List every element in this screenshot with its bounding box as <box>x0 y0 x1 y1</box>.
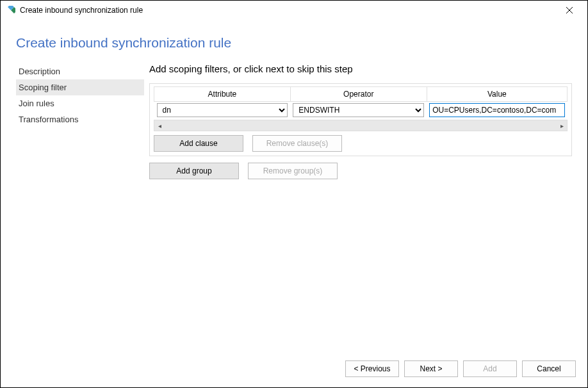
main-panel: Add scoping filters, or click next to sk… <box>144 63 572 357</box>
previous-button[interactable]: < Previous <box>345 360 399 377</box>
filter-group-panel: Attribute Operator Value dn <box>149 83 572 156</box>
grid-horizontal-scroll[interactable]: ◂ ▸ <box>154 120 568 131</box>
col-operator: Operator <box>290 87 427 102</box>
remove-clause-button[interactable]: Remove clause(s) <box>252 135 342 152</box>
next-button[interactable]: Next > <box>404 360 458 377</box>
attribute-dropdown[interactable]: dn <box>157 103 288 117</box>
app-icon <box>6 5 16 15</box>
operator-dropdown[interactable]: ENDSWITH <box>293 103 424 117</box>
col-attribute: Attribute <box>154 87 291 102</box>
add-clause-button[interactable]: Add clause <box>154 135 243 152</box>
wizard-footer: < Previous Next > Add Cancel <box>1 357 587 387</box>
cancel-button[interactable]: Cancel <box>522 360 576 377</box>
value-text: OU=CPUsers,DC=contoso,DC=com <box>432 106 556 115</box>
filter-row: dn ENDSWITH OU=CPUsers,DC=contoso,DC <box>154 102 568 119</box>
add-button[interactable]: Add <box>463 360 517 377</box>
remove-group-button[interactable]: Remove group(s) <box>248 163 338 179</box>
scroll-right-icon[interactable]: ▸ <box>557 122 567 129</box>
sidebar-item-scoping-filter[interactable]: Scoping filter <box>16 79 144 95</box>
add-group-button[interactable]: Add group <box>149 163 239 179</box>
col-value: Value <box>427 87 567 102</box>
wizard-sidebar: Description Scoping filter Join rules Tr… <box>16 63 144 357</box>
close-button[interactable] <box>557 1 582 19</box>
titlebar: Create inbound synchronization rule <box>1 1 587 20</box>
sidebar-item-transformations[interactable]: Transformations <box>16 111 144 127</box>
scroll-left-icon[interactable]: ◂ <box>154 122 165 129</box>
sidebar-item-join-rules[interactable]: Join rules <box>16 95 144 111</box>
window-title: Create inbound synchronization rule <box>20 6 143 15</box>
value-field[interactable]: OU=CPUsers,DC=contoso,DC=com <box>429 103 564 117</box>
page-title: Create inbound synchronization rule <box>16 35 572 51</box>
main-heading: Add scoping filters, or click next to sk… <box>149 63 572 74</box>
filter-table: Attribute Operator Value dn <box>154 86 568 118</box>
sidebar-item-description[interactable]: Description <box>16 63 144 79</box>
